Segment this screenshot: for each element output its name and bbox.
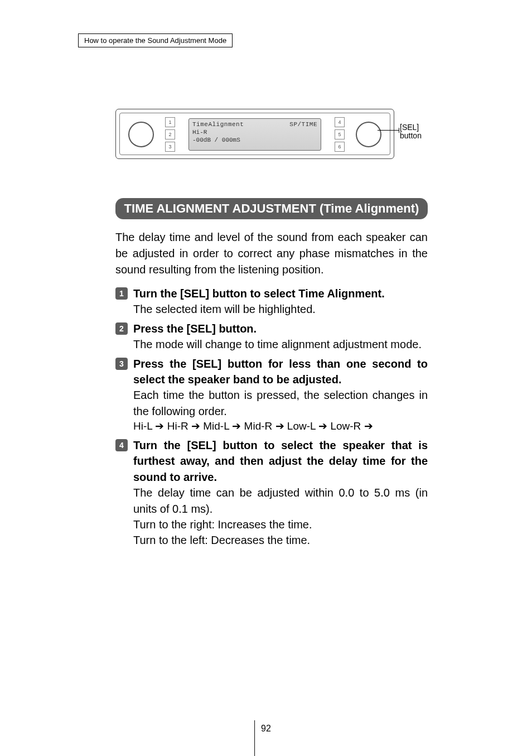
step-4-turn-left: Turn to the left: Decreases the time. <box>133 532 428 548</box>
intro-paragraph: The delay time and level of the sound fr… <box>115 229 428 278</box>
step-3-body: Each time the button is pressed, the sel… <box>133 387 428 419</box>
preset-3: 3 <box>165 142 175 152</box>
preset-4: 4 <box>335 117 345 127</box>
callout-line1: [SEL] <box>400 123 422 132</box>
preset-buttons-left: 1 2 3 <box>165 117 175 154</box>
callout-line2: button <box>400 132 422 140</box>
section-title: TIME ALIGNMENT ADJUSTMENT (Time Alignmen… <box>115 198 428 219</box>
device-illustration: 1 2 3 TimeAlignment SP/TIME Hi-R -00dB /… <box>115 109 428 165</box>
page-number: 92 <box>261 724 271 734</box>
step-4: 4 Turn the [SEL] button to select the sp… <box>115 437 428 548</box>
preset-6: 6 <box>335 142 345 152</box>
step-number-1: 1 <box>115 287 128 300</box>
step-1-body: The selected item will be highlighted. <box>133 301 428 317</box>
volume-knob-icon <box>128 122 154 147</box>
step-4-body: The delay time can be adjusted within 0.… <box>133 485 428 517</box>
step-2-heading: Press the [SEL] button. <box>133 321 428 336</box>
step-3-sequence: Hi-L ➔ Hi-R ➔ Mid-L ➔ Mid-R ➔ Low-L ➔ Lo… <box>133 419 428 434</box>
step-number-4: 4 <box>115 439 128 451</box>
step-2: 2 Press the [SEL] button. The mode will … <box>115 321 428 353</box>
step-3-heading: Press the [SEL] button for less than one… <box>133 356 428 388</box>
breadcrumb: How to operate the Sound Adjustment Mode <box>78 33 233 47</box>
step-4-heading: Turn the [SEL] button to select the spea… <box>133 437 428 485</box>
preset-5: 5 <box>335 129 345 139</box>
step-3: 3 Press the [SEL] button for less than o… <box>115 356 428 435</box>
step-number-2: 2 <box>115 322 128 335</box>
screen-line2: Hi-R <box>192 129 317 136</box>
step-number-3: 3 <box>115 358 128 370</box>
step-2-body: The mode will change to time alignment a… <box>133 336 428 352</box>
step-1: 1 Turn the [SEL] button to select Time A… <box>115 286 428 317</box>
step-1-heading: Turn the [SEL] button to select Time Ali… <box>133 286 428 301</box>
step-4-turn-right: Turn to the right: Increases the time. <box>133 517 428 532</box>
preset-2: 2 <box>165 129 175 139</box>
screen-title: TimeAlignment <box>192 121 244 128</box>
device-screen: TimeAlignment SP/TIME Hi-R -00dB / 000mS <box>188 118 321 151</box>
preset-1: 1 <box>165 117 175 127</box>
preset-buttons-right: 4 5 6 <box>335 117 345 154</box>
callout-leader-line <box>378 130 399 131</box>
sel-knob-icon <box>356 122 381 147</box>
screen-mode-tag: SP/TIME <box>289 121 317 128</box>
screen-line3: -00dB / 000mS <box>192 137 317 143</box>
sel-button-callout: [SEL] button <box>400 123 422 141</box>
